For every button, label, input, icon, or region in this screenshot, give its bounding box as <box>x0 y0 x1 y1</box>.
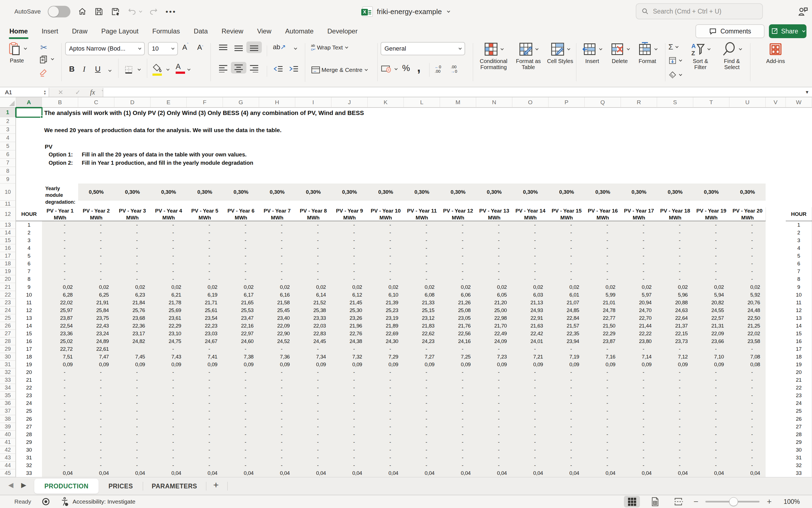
data-cell[interactable]: - <box>259 462 295 469</box>
data-cell[interactable]: - <box>621 221 657 229</box>
grid-cell[interactable] <box>786 167 812 175</box>
hour-cell-right[interactable]: 22 <box>786 384 812 392</box>
grid-cell[interactable] <box>512 142 549 151</box>
row-header-43[interactable]: 43 <box>0 454 16 462</box>
data-cell[interactable]: - <box>512 237 548 244</box>
data-cell[interactable]: - <box>187 423 223 431</box>
grid-cell[interactable] <box>786 117 812 126</box>
data-cell[interactable]: - <box>585 275 621 283</box>
data-cell[interactable]: 24,52 <box>259 337 295 345</box>
grid-cell[interactable] <box>404 159 440 167</box>
data-cell[interactable]: 0,04 <box>78 469 114 477</box>
data-cell[interactable]: - <box>621 237 657 244</box>
data-cell[interactable]: - <box>476 415 512 423</box>
number-format-select[interactable]: General <box>381 42 465 55</box>
data-cell[interactable]: - <box>440 431 476 438</box>
data-cell[interactable]: - <box>693 399 729 407</box>
data-cell[interactable]: - <box>42 399 78 407</box>
degradation-value-cell[interactable]: 0,30% <box>548 183 585 201</box>
data-cell[interactable]: - <box>295 399 331 407</box>
grid-cell[interactable] <box>766 151 786 159</box>
data-cell[interactable]: 23,33 <box>295 314 331 322</box>
data-cell[interactable]: - <box>585 237 621 244</box>
align-right-icon[interactable] <box>246 63 262 74</box>
data-cell[interactable]: 20,94 <box>621 299 657 306</box>
hour-cell-left[interactable]: 5 <box>16 252 42 260</box>
grid-cell[interactable] <box>476 201 513 208</box>
increase-decimal-icon[interactable]: .00→0 <box>451 65 457 74</box>
data-cell[interactable]: 22,56 <box>440 330 476 337</box>
grid-cell[interactable] <box>368 134 404 142</box>
data-cell[interactable]: - <box>78 446 114 454</box>
data-cell[interactable]: - <box>78 462 114 469</box>
grid-cell[interactable] <box>295 125 332 134</box>
data-cell[interactable]: - <box>440 446 476 454</box>
data-cell[interactable]: - <box>657 221 693 229</box>
data-cell[interactable]: - <box>476 267 512 275</box>
sheet-nav-left-icon[interactable]: ◀ <box>8 481 13 489</box>
data-cell[interactable]: - <box>114 229 150 237</box>
data-cell[interactable]: - <box>150 369 187 376</box>
grid-cell[interactable] <box>766 221 786 229</box>
row-header-42[interactable]: 42 <box>0 446 16 454</box>
grid-cell[interactable] <box>548 175 585 184</box>
grid-cell[interactable] <box>766 423 786 431</box>
data-cell[interactable]: 0,09 <box>187 361 223 369</box>
data-cell[interactable]: - <box>150 345 187 353</box>
data-cell[interactable]: - <box>114 399 150 407</box>
grid-cell[interactable] <box>150 167 187 175</box>
grid-cell[interactable] <box>295 167 332 175</box>
data-cell[interactable]: 23,10 <box>150 330 187 337</box>
sheet-tab-production[interactable]: PRODUCTION <box>34 479 99 494</box>
data-cell[interactable]: - <box>585 399 621 407</box>
data-cell[interactable]: - <box>404 415 440 423</box>
grid-cell[interactable] <box>766 353 786 361</box>
formula-bar-expand-icon[interactable]: ▼ <box>805 90 809 95</box>
data-cell[interactable]: 25,15 <box>404 306 440 314</box>
data-cell[interactable]: 0,04 <box>657 469 693 477</box>
grid-cell[interactable] <box>766 299 786 307</box>
data-cell[interactable]: - <box>657 345 693 353</box>
data-cell[interactable]: - <box>585 252 621 260</box>
data-cell[interactable]: - <box>368 221 404 229</box>
data-cell[interactable]: - <box>114 446 150 454</box>
degradation-value-cell[interactable]: 0,50% <box>78 183 114 201</box>
data-cell[interactable]: 22,49 <box>476 330 512 337</box>
data-cell[interactable]: - <box>476 423 512 431</box>
grid-cell[interactable] <box>331 167 368 175</box>
name-box-spinner-icon[interactable]: ▲▼ <box>43 90 49 95</box>
grid-cell[interactable] <box>440 142 476 151</box>
data-cell[interactable]: 0,02 <box>331 283 368 291</box>
add-sheet-button[interactable]: + <box>213 479 219 490</box>
data-cell[interactable]: - <box>368 384 404 392</box>
grid-cell[interactable] <box>729 125 766 134</box>
grid-cell[interactable] <box>693 117 730 126</box>
data-cell[interactable]: - <box>404 384 440 392</box>
data-cell[interactable]: - <box>114 267 150 275</box>
grid-cell[interactable] <box>548 125 585 134</box>
comma-style-icon[interactable]: , <box>417 60 421 75</box>
data-cell[interactable]: 0,09 <box>331 361 368 369</box>
data-cell[interactable]: - <box>548 423 585 431</box>
data-cell[interactable]: - <box>223 407 259 415</box>
data-cell[interactable]: - <box>440 399 476 407</box>
data-cell[interactable]: 25,08 <box>440 306 476 314</box>
grid-cell[interactable] <box>766 125 786 134</box>
data-cell[interactable]: - <box>150 244 187 252</box>
data-cell[interactable]: - <box>476 438 512 446</box>
data-cell[interactable]: - <box>295 345 331 353</box>
zoom-slider[interactable] <box>705 501 760 503</box>
data-cell[interactable]: - <box>512 392 548 399</box>
data-cell[interactable]: - <box>729 384 766 392</box>
grid-cell[interactable] <box>585 134 621 142</box>
data-cell[interactable]: 0,09 <box>78 361 114 369</box>
data-cell[interactable]: - <box>295 454 331 462</box>
row-header-14[interactable]: 14 <box>0 229 16 237</box>
data-cell[interactable]: 22,35 <box>548 330 585 337</box>
data-cell[interactable]: - <box>187 221 223 229</box>
hour-cell-right[interactable]: 32 <box>786 462 812 470</box>
grid-cell[interactable] <box>331 117 368 126</box>
data-cell[interactable]: - <box>404 275 440 283</box>
grid-cell[interactable] <box>766 306 786 314</box>
data-cell[interactable]: - <box>729 244 766 252</box>
